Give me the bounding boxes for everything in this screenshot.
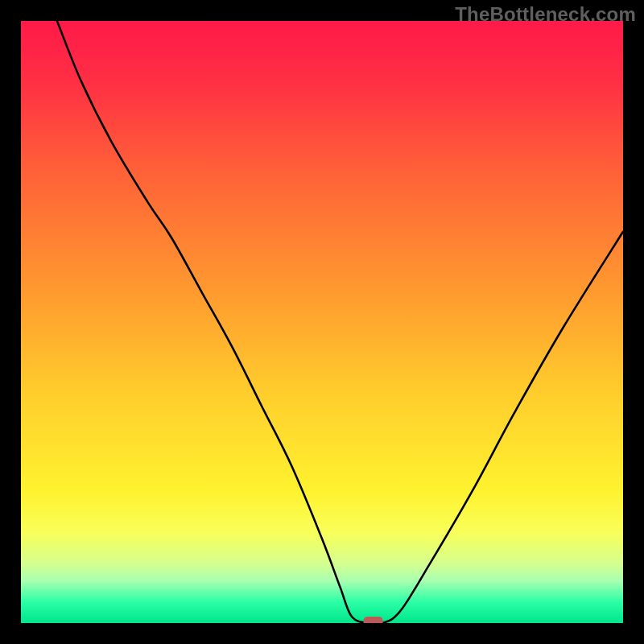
minimum-marker <box>364 617 383 623</box>
plot-area <box>21 21 623 623</box>
gradient-background <box>21 21 623 623</box>
chart-svg <box>21 21 623 623</box>
chart-frame: TheBottleneck.com <box>0 0 644 644</box>
watermark-text: TheBottleneck.com <box>455 3 636 26</box>
